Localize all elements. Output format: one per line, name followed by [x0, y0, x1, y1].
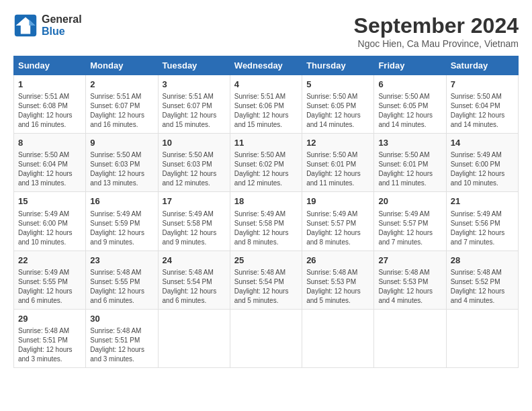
calendar-cell: 17Sunrise: 5:49 AM Sunset: 5:58 PM Dayli… — [158, 192, 230, 250]
calendar-cell — [302, 309, 374, 367]
day-info: Sunrise: 5:51 AM Sunset: 6:07 PM Dayligh… — [90, 92, 153, 130]
day-info: Sunrise: 5:49 AM Sunset: 5:58 PM Dayligh… — [163, 210, 226, 247]
calendar-week-row: 1Sunrise: 5:51 AM Sunset: 6:08 PM Daylig… — [14, 75, 519, 134]
day-info: Sunrise: 5:48 AM Sunset: 5:54 PM Dayligh… — [234, 268, 298, 306]
day-info: Sunrise: 5:48 AM Sunset: 5:51 PM Dayligh… — [18, 326, 81, 364]
day-number: 13 — [378, 137, 441, 149]
calendar-cell: 24Sunrise: 5:48 AM Sunset: 5:54 PM Dayli… — [158, 250, 230, 309]
calendar-cell — [230, 309, 302, 367]
day-info: Sunrise: 5:50 AM Sunset: 6:04 PM Dayligh… — [18, 150, 81, 188]
day-header-sunday: Sunday — [14, 56, 86, 75]
day-number: 29 — [18, 313, 81, 325]
day-number: 22 — [18, 255, 81, 267]
calendar-cell: 30Sunrise: 5:48 AM Sunset: 5:51 PM Dayli… — [86, 309, 158, 367]
calendar: SundayMondayTuesdayWednesdayThursdayFrid… — [13, 56, 519, 368]
calendar-header-row: SundayMondayTuesdayWednesdayThursdayFrid… — [14, 56, 519, 75]
day-info: Sunrise: 5:49 AM Sunset: 6:00 PM Dayligh… — [451, 150, 514, 188]
day-info: Sunrise: 5:49 AM Sunset: 5:59 PM Dayligh… — [90, 210, 153, 247]
calendar-cell: 5Sunrise: 5:50 AM Sunset: 6:05 PM Daylig… — [302, 75, 374, 134]
day-number: 7 — [451, 79, 514, 91]
calendar-week-row: 29Sunrise: 5:48 AM Sunset: 5:51 PM Dayli… — [14, 309, 519, 367]
day-number: 2 — [90, 79, 153, 91]
day-number: 19 — [306, 195, 369, 208]
page-header: General Blue September 2024 Ngoc Hien, C… — [13, 13, 519, 49]
day-header-monday: Monday — [86, 56, 158, 75]
calendar-cell: 26Sunrise: 5:48 AM Sunset: 5:53 PM Dayli… — [302, 250, 374, 309]
day-number: 16 — [90, 195, 153, 208]
calendar-cell: 15Sunrise: 5:49 AM Sunset: 6:00 PM Dayli… — [14, 192, 86, 250]
calendar-cell: 20Sunrise: 5:49 AM Sunset: 5:57 PM Dayli… — [374, 192, 446, 250]
day-info: Sunrise: 5:51 AM Sunset: 6:07 PM Dayligh… — [163, 92, 226, 130]
day-info: Sunrise: 5:49 AM Sunset: 5:58 PM Dayligh… — [234, 210, 298, 247]
day-number: 24 — [163, 255, 226, 267]
calendar-cell: 18Sunrise: 5:49 AM Sunset: 5:58 PM Dayli… — [230, 192, 302, 250]
day-header-thursday: Thursday — [302, 56, 374, 75]
calendar-cell: 6Sunrise: 5:50 AM Sunset: 6:05 PM Daylig… — [374, 75, 446, 134]
logo-text: General Blue — [42, 13, 82, 38]
month-title: September 2024 — [354, 13, 519, 38]
day-number: 3 — [163, 79, 226, 91]
day-info: Sunrise: 5:48 AM Sunset: 5:52 PM Dayligh… — [451, 268, 514, 306]
calendar-cell: 4Sunrise: 5:51 AM Sunset: 6:06 PM Daylig… — [230, 75, 302, 134]
day-info: Sunrise: 5:50 AM Sunset: 6:03 PM Dayligh… — [90, 150, 153, 188]
calendar-cell: 9Sunrise: 5:50 AM Sunset: 6:03 PM Daylig… — [86, 134, 158, 192]
day-header-tuesday: Tuesday — [158, 56, 230, 75]
day-info: Sunrise: 5:49 AM Sunset: 6:00 PM Dayligh… — [18, 210, 81, 247]
calendar-cell — [446, 309, 518, 367]
calendar-cell — [374, 309, 446, 367]
day-info: Sunrise: 5:50 AM Sunset: 6:01 PM Dayligh… — [306, 150, 369, 188]
calendar-cell: 28Sunrise: 5:48 AM Sunset: 5:52 PM Dayli… — [446, 250, 518, 309]
calendar-cell: 23Sunrise: 5:48 AM Sunset: 5:55 PM Dayli… — [86, 250, 158, 309]
logo: General Blue — [13, 13, 82, 38]
day-info: Sunrise: 5:49 AM Sunset: 5:55 PM Dayligh… — [18, 268, 81, 306]
day-number: 8 — [18, 137, 81, 149]
day-info: Sunrise: 5:49 AM Sunset: 5:56 PM Dayligh… — [451, 210, 514, 247]
day-number: 26 — [306, 255, 369, 267]
day-info: Sunrise: 5:48 AM Sunset: 5:55 PM Dayligh… — [90, 268, 153, 306]
calendar-cell — [158, 309, 230, 367]
day-info: Sunrise: 5:48 AM Sunset: 5:54 PM Dayligh… — [163, 268, 226, 306]
day-info: Sunrise: 5:50 AM Sunset: 6:04 PM Dayligh… — [451, 92, 514, 130]
day-number: 5 — [306, 79, 369, 91]
day-number: 20 — [378, 195, 441, 208]
title-block: September 2024 Ngoc Hien, Ca Mau Provinc… — [354, 13, 519, 49]
calendar-cell: 8Sunrise: 5:50 AM Sunset: 6:04 PM Daylig… — [14, 134, 86, 192]
calendar-cell: 27Sunrise: 5:48 AM Sunset: 5:53 PM Dayli… — [374, 250, 446, 309]
calendar-week-row: 8Sunrise: 5:50 AM Sunset: 6:04 PM Daylig… — [14, 134, 519, 192]
calendar-cell: 22Sunrise: 5:49 AM Sunset: 5:55 PM Dayli… — [14, 250, 86, 309]
calendar-cell: 11Sunrise: 5:50 AM Sunset: 6:02 PM Dayli… — [230, 134, 302, 192]
day-number: 14 — [451, 137, 514, 149]
day-number: 15 — [18, 195, 81, 208]
day-info: Sunrise: 5:50 AM Sunset: 6:03 PM Dayligh… — [163, 150, 226, 188]
day-number: 11 — [234, 137, 298, 149]
day-number: 1 — [18, 79, 81, 91]
calendar-cell: 14Sunrise: 5:49 AM Sunset: 6:00 PM Dayli… — [446, 134, 518, 192]
calendar-cell: 7Sunrise: 5:50 AM Sunset: 6:04 PM Daylig… — [446, 75, 518, 134]
day-info: Sunrise: 5:51 AM Sunset: 6:06 PM Dayligh… — [234, 92, 298, 130]
day-info: Sunrise: 5:49 AM Sunset: 5:57 PM Dayligh… — [378, 210, 441, 247]
day-number: 12 — [306, 137, 369, 149]
day-info: Sunrise: 5:49 AM Sunset: 5:57 PM Dayligh… — [306, 210, 369, 247]
calendar-cell: 13Sunrise: 5:50 AM Sunset: 6:01 PM Dayli… — [374, 134, 446, 192]
calendar-cell: 25Sunrise: 5:48 AM Sunset: 5:54 PM Dayli… — [230, 250, 302, 309]
day-info: Sunrise: 5:50 AM Sunset: 6:02 PM Dayligh… — [234, 150, 298, 188]
day-info: Sunrise: 5:50 AM Sunset: 6:01 PM Dayligh… — [378, 150, 441, 188]
day-number: 21 — [451, 195, 514, 208]
day-info: Sunrise: 5:50 AM Sunset: 6:05 PM Dayligh… — [306, 92, 369, 130]
day-number: 30 — [90, 313, 153, 325]
calendar-cell: 12Sunrise: 5:50 AM Sunset: 6:01 PM Dayli… — [302, 134, 374, 192]
calendar-cell: 16Sunrise: 5:49 AM Sunset: 5:59 PM Dayli… — [86, 192, 158, 250]
day-number: 23 — [90, 255, 153, 267]
day-number: 9 — [90, 137, 153, 149]
calendar-cell: 10Sunrise: 5:50 AM Sunset: 6:03 PM Dayli… — [158, 134, 230, 192]
calendar-cell: 29Sunrise: 5:48 AM Sunset: 5:51 PM Dayli… — [14, 309, 86, 367]
calendar-cell: 19Sunrise: 5:49 AM Sunset: 5:57 PM Dayli… — [302, 192, 374, 250]
day-number: 27 — [378, 255, 441, 267]
logo-icon — [13, 13, 38, 38]
calendar-cell: 1Sunrise: 5:51 AM Sunset: 6:08 PM Daylig… — [14, 75, 86, 134]
calendar-week-row: 15Sunrise: 5:49 AM Sunset: 6:00 PM Dayli… — [14, 192, 519, 250]
day-number: 4 — [234, 79, 298, 91]
calendar-cell: 21Sunrise: 5:49 AM Sunset: 5:56 PM Dayli… — [446, 192, 518, 250]
day-number: 25 — [234, 255, 298, 267]
day-number: 6 — [378, 79, 441, 91]
